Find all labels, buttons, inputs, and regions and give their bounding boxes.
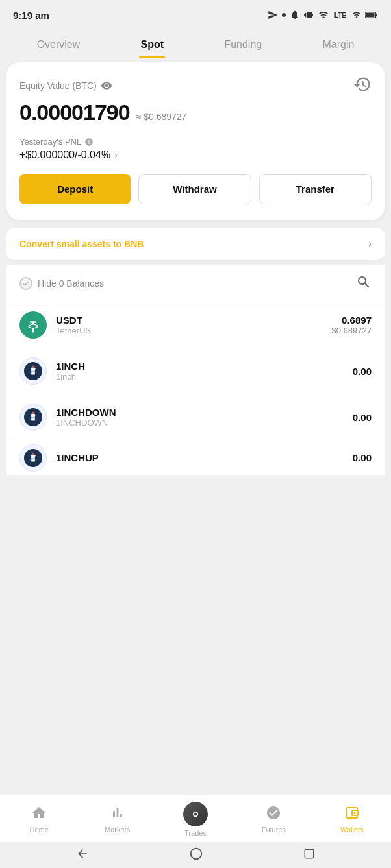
pnl-label: Yesterday's PNL (19, 137, 372, 147)
tab-funding[interactable]: Funding (216, 34, 270, 58)
search-button[interactable] (356, 274, 372, 293)
history-icon[interactable] (353, 75, 372, 96)
usdt-info: USDT TetherUS (56, 315, 332, 335)
asset-row-usdt[interactable]: USDT TetherUS 0.6897 $0.689727 (6, 302, 385, 348)
1inch-icon (19, 357, 47, 385)
trades-icon (183, 802, 208, 826)
back-button[interactable] (76, 847, 89, 863)
signal-icon (318, 10, 329, 20)
usdt-icon (19, 311, 47, 339)
markets-icon (110, 805, 125, 823)
svg-rect-13 (305, 849, 314, 858)
home-button[interactable] (189, 847, 203, 863)
nav-wallets-label: Wallets (340, 826, 364, 834)
1inchdown-icon (19, 404, 47, 431)
convert-banner[interactable]: Convert small assets to BNB › (6, 228, 385, 260)
svg-point-11 (353, 812, 355, 814)
asset-row-1inchdown[interactable]: 1INCHDOWN 1INCHDOWN 0.00 (6, 394, 385, 440)
recents-button[interactable] (303, 848, 315, 862)
pnl-value[interactable]: +$0.000000/-0.04% › (19, 149, 372, 161)
tab-margin[interactable]: Margin (314, 34, 362, 58)
nav-wallets[interactable]: Wallets (333, 805, 372, 834)
equity-btc-value: 0.00001790 (19, 100, 130, 125)
nav-markets[interactable]: Markets (98, 805, 137, 834)
battery-icon (365, 10, 378, 19)
1inchup-icon (19, 444, 47, 472)
convert-text: Convert small assets to BNB (19, 239, 144, 249)
1inchup-info: 1INCHUP (56, 452, 353, 463)
hide-balances-checkbox[interactable] (19, 277, 32, 290)
send-icon (268, 10, 278, 20)
svg-point-4 (32, 366, 34, 368)
assets-list: USDT TetherUS 0.6897 $0.689727 1INCH 1in… (6, 302, 385, 475)
1inch-amounts: 0.00 (353, 366, 372, 377)
svg-rect-2 (366, 13, 374, 17)
transfer-button[interactable]: Transfer (259, 174, 372, 204)
withdraw-button[interactable]: Withdraw (138, 174, 251, 204)
tab-spot[interactable]: Spot (133, 34, 172, 58)
asset-row-1inchup[interactable]: 1INCHUP 0.00 (6, 440, 385, 475)
futures-icon (266, 805, 281, 823)
balance-filter: Hide 0 Balances (6, 265, 385, 302)
pnl-chevron: › (114, 150, 118, 160)
status-time: 9:19 am (13, 10, 49, 21)
wallets-icon (344, 805, 360, 823)
1inch-info: 1INCH 1inch (56, 361, 353, 381)
svg-point-8 (32, 453, 34, 455)
nav-markets-label: Markets (105, 826, 130, 834)
status-icons: LTE (268, 10, 378, 20)
asset-row-1inch[interactable]: 1INCH 1inch 0.00 (6, 348, 385, 394)
nav-futures-label: Futures (262, 826, 286, 834)
equity-card: Equity Value (BTC) 0.00001790 ≈ $0.68972… (6, 62, 385, 220)
nav-home-label: Home (30, 826, 49, 834)
nav-trades-label: Trades (184, 829, 207, 837)
status-bar: 9:19 am LTE (0, 0, 391, 29)
hide-balances-toggle[interactable]: Hide 0 Balances (19, 277, 104, 290)
tab-overview[interactable]: Overview (29, 34, 88, 58)
svg-point-6 (32, 412, 34, 414)
nav-futures[interactable]: Futures (254, 805, 293, 834)
usdt-amounts: 0.6897 $0.689727 (332, 315, 372, 335)
1inchdown-info: 1INCHDOWN 1INCHDOWN (56, 407, 353, 428)
1inchup-amounts: 0.00 (353, 452, 372, 463)
bottom-nav: Home Markets Trades Futures Wallets (0, 795, 391, 842)
signal2-icon (352, 10, 361, 19)
android-nav-bar (0, 842, 391, 868)
nav-home[interactable]: Home (19, 805, 58, 834)
svg-rect-1 (376, 14, 377, 16)
equity-usd-value: ≈ $0.689727 (136, 112, 187, 122)
dot-icon (282, 13, 286, 17)
equity-label-row: Equity Value (BTC) (19, 75, 372, 96)
nav-tabs: Overview Spot Funding Margin (0, 29, 391, 58)
svg-point-10 (194, 813, 197, 816)
deposit-button[interactable]: Deposit (19, 174, 131, 204)
convert-chevron: › (368, 238, 372, 250)
svg-point-12 (191, 849, 202, 860)
1inchdown-amounts: 0.00 (353, 412, 372, 423)
lte-badge: LTE (333, 11, 348, 19)
nav-trades[interactable]: Trades (176, 802, 215, 837)
eye-icon[interactable] (101, 80, 112, 91)
home-icon (31, 805, 47, 823)
info-icon (84, 138, 94, 147)
equity-label: Equity Value (BTC) (19, 80, 112, 91)
action-buttons: Deposit Withdraw Transfer (19, 174, 372, 204)
alarm-icon (290, 10, 300, 20)
vibrate-icon (304, 10, 314, 20)
equity-value-row: 0.00001790 ≈ $0.689727 (19, 100, 372, 125)
